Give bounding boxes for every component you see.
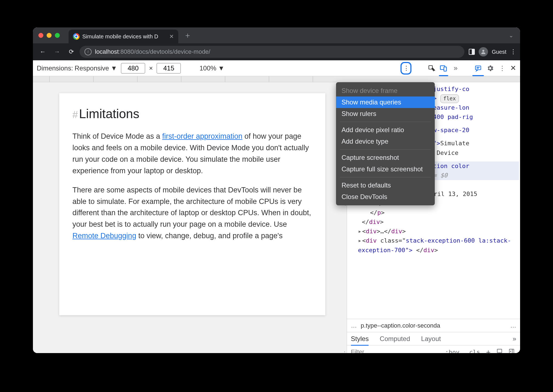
svg-rect-3 bbox=[444, 67, 446, 71]
address-bar[interactable]: i localhost:8080/docs/devtools/device-mo… bbox=[80, 46, 464, 58]
cls-toggle[interactable]: .cls bbox=[464, 348, 482, 353]
settings-gear-icon[interactable] bbox=[486, 64, 494, 72]
svg-rect-4 bbox=[475, 66, 481, 70]
breadcrumb-overflow-left[interactable]: … bbox=[351, 322, 357, 329]
device-options-menu: Show device frame Show media queries Sho… bbox=[336, 82, 435, 205]
tab-overflow-icon[interactable]: ⌄ bbox=[509, 32, 514, 39]
zoom-dropdown[interactable]: 100% ▼ bbox=[199, 64, 224, 72]
approximation-link[interactable]: first-order approximation bbox=[162, 132, 242, 140]
back-button[interactable]: ← bbox=[37, 46, 49, 58]
more-tabs-icon[interactable]: » bbox=[452, 64, 460, 72]
menu-capture-screenshot[interactable]: Capture screenshot bbox=[336, 152, 435, 163]
paragraph: Think of Device Mode as a first-order ap… bbox=[72, 131, 312, 177]
url-path: /docs/devtools/device-mode/ bbox=[134, 48, 210, 55]
menu-show-media-queries[interactable]: Show media queries bbox=[336, 96, 435, 108]
tab-title: Simulate mobile devices with D bbox=[82, 33, 167, 40]
page-viewport[interactable]: #Limitations Think of Device Mode as a f… bbox=[59, 93, 325, 315]
menu-add-device-pixel-ratio[interactable]: Add device pixel ratio bbox=[336, 124, 435, 136]
tab-styles[interactable]: Styles bbox=[351, 333, 369, 345]
menu-show-rulers[interactable]: Show rulers bbox=[336, 108, 435, 120]
inspect-element-icon[interactable] bbox=[427, 64, 436, 72]
device-styles-icon[interactable] bbox=[495, 348, 504, 353]
chrome-favicon-icon bbox=[73, 33, 80, 40]
styles-tabs: Styles Computed Layout » bbox=[347, 332, 520, 345]
remote-debugging-link[interactable]: Remote Debugging bbox=[72, 232, 136, 240]
new-style-rule-icon[interactable]: + bbox=[484, 347, 492, 353]
menu-add-device-type[interactable]: Add device type bbox=[336, 136, 435, 147]
svg-rect-7 bbox=[497, 349, 502, 353]
page-heading: #Limitations bbox=[72, 104, 312, 124]
minimize-window-button[interactable] bbox=[47, 33, 52, 38]
device-viewport-container: #Limitations Think of Device Mode as a f… bbox=[33, 82, 347, 353]
times-label: × bbox=[149, 64, 153, 72]
url-host: localhost bbox=[95, 48, 119, 55]
url-port: :8080 bbox=[119, 48, 134, 55]
titlebar: Simulate mobile devices with D ✕ ＋ ⌄ bbox=[33, 27, 520, 43]
profile-label: Guest bbox=[492, 49, 506, 55]
toggle-sidebar-icon[interactable] bbox=[507, 348, 516, 353]
messages-icon[interactable] bbox=[474, 64, 482, 72]
menu-capture-full-screenshot[interactable]: Capture full size screenshot bbox=[336, 163, 435, 175]
menu-separator bbox=[340, 177, 431, 177]
menu-reset-defaults[interactable]: Reset to defaults bbox=[336, 180, 435, 191]
resize-handle-icon[interactable]: ⋰ bbox=[340, 350, 346, 353]
tab-layout[interactable]: Layout bbox=[421, 333, 441, 345]
site-info-icon[interactable]: i bbox=[84, 48, 92, 55]
breadcrumb-bar[interactable]: … p.type--caption.color-seconda … bbox=[347, 319, 520, 332]
svg-rect-10 bbox=[509, 349, 514, 353]
traffic-lights bbox=[38, 33, 60, 38]
dropdown-caret-icon: ▼ bbox=[218, 64, 225, 72]
browser-actions: Guest ⋮ bbox=[467, 47, 516, 56]
reload-button[interactable]: ⟳ bbox=[65, 46, 77, 58]
toolbar: ← → ⟳ i localhost:8080/docs/devtools/dev… bbox=[33, 43, 520, 60]
flex-pill[interactable]: flex bbox=[440, 94, 459, 103]
browser-window: Simulate mobile devices with D ✕ ＋ ⌄ ← →… bbox=[33, 27, 520, 353]
breadcrumb-current[interactable]: p.type--caption.color-seconda bbox=[361, 322, 506, 329]
menu-close-devtools[interactable]: Close DevTools bbox=[336, 191, 435, 203]
toggle-device-toolbar-icon[interactable] bbox=[439, 64, 448, 72]
maximize-window-button[interactable] bbox=[55, 33, 60, 38]
tab-computed[interactable]: Computed bbox=[380, 333, 410, 345]
device-mode-options-button[interactable]: ⋮ bbox=[400, 62, 411, 75]
hov-toggle[interactable]: :hov bbox=[443, 348, 461, 353]
styles-filter-row: :hov .cls + bbox=[347, 345, 520, 353]
breadcrumb-overflow-right[interactable]: … bbox=[510, 322, 516, 329]
browser-tab[interactable]: Simulate mobile devices with D ✕ bbox=[69, 30, 178, 43]
ruler bbox=[33, 76, 520, 82]
device-toolbar: Dimensions: Responsive ▼ × 100% ▼ ⋮ » ⋮ … bbox=[33, 60, 520, 76]
new-tab-button[interactable]: ＋ bbox=[184, 30, 191, 41]
browser-menu-icon[interactable]: ⋮ bbox=[510, 48, 516, 55]
styles-filter-input[interactable] bbox=[351, 348, 376, 353]
width-input[interactable] bbox=[121, 63, 145, 73]
paragraph: There are some aspects of mobile devices… bbox=[72, 184, 312, 242]
profile-avatar[interactable] bbox=[479, 47, 488, 56]
menu-show-device-frame[interactable]: Show device frame bbox=[336, 85, 435, 96]
menu-separator bbox=[340, 149, 431, 150]
more-tabs-icon[interactable]: » bbox=[513, 333, 516, 345]
devtools-menu-icon[interactable]: ⋮ bbox=[498, 64, 506, 72]
dropdown-caret-icon: ▼ bbox=[111, 64, 117, 72]
side-panel-icon[interactable] bbox=[469, 49, 475, 55]
dimensions-dropdown[interactable]: Dimensions: Responsive ▼ bbox=[37, 64, 117, 72]
menu-separator bbox=[340, 122, 431, 122]
close-devtools-button[interactable]: ✕ bbox=[510, 64, 516, 72]
close-window-button[interactable] bbox=[38, 33, 43, 38]
close-tab-button[interactable]: ✕ bbox=[169, 33, 174, 40]
height-input[interactable] bbox=[157, 63, 181, 73]
svg-point-0 bbox=[482, 50, 484, 52]
forward-button[interactable]: → bbox=[51, 46, 63, 58]
